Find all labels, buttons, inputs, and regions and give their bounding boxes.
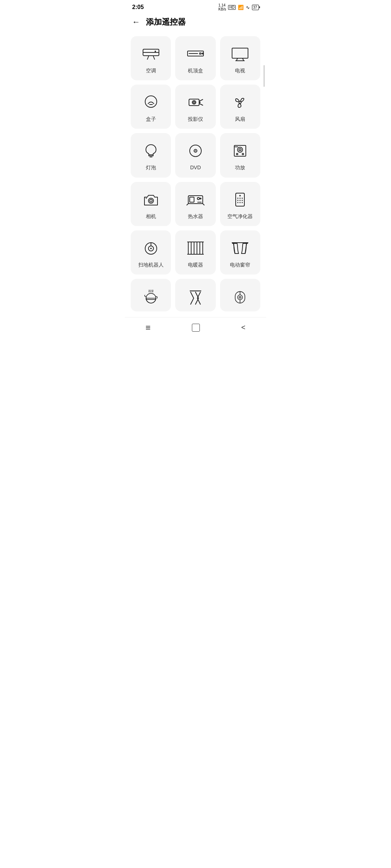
svg-point-48 bbox=[242, 197, 243, 199]
wifi-icon: ∿ bbox=[246, 5, 250, 10]
projector-label: 投影仪 bbox=[188, 116, 203, 122]
amplifier-label: 功放 bbox=[235, 164, 245, 171]
svg-point-31 bbox=[236, 153, 238, 155]
svg-point-17 bbox=[193, 102, 195, 103]
bulb-icon bbox=[140, 142, 162, 160]
item-fan[interactable]: 风扇 bbox=[220, 85, 260, 129]
dvd-label: DVD bbox=[190, 164, 201, 171]
bottom-nav: ≡ < bbox=[125, 317, 266, 340]
svg-point-20 bbox=[199, 102, 201, 103]
item-water-heater[interactable]: 热水器 bbox=[175, 182, 215, 226]
heater-label: 电暖器 bbox=[188, 261, 203, 268]
partial-row bbox=[125, 279, 266, 311]
svg-line-19 bbox=[199, 103, 203, 105]
menu-button[interactable]: ≡ bbox=[146, 323, 151, 333]
page-title: 添加遥控器 bbox=[146, 17, 186, 27]
network-speed: 1.14KB/s bbox=[218, 3, 226, 11]
svg-point-53 bbox=[240, 202, 241, 203]
scrollbar[interactable] bbox=[264, 65, 265, 87]
item-dvd[interactable]: DVD bbox=[175, 133, 215, 177]
dvd-icon bbox=[185, 142, 206, 160]
hd-badge: HD bbox=[228, 5, 235, 10]
camera-label: 相机 bbox=[146, 213, 156, 220]
svg-point-39 bbox=[197, 197, 199, 200]
svg-point-30 bbox=[239, 149, 241, 151]
svg-line-10 bbox=[236, 58, 237, 61]
back-button[interactable]: ← bbox=[132, 18, 140, 26]
status-time: 2:05 bbox=[132, 4, 144, 10]
svg-point-74 bbox=[238, 295, 243, 299]
item-amplifier[interactable]: 功放 bbox=[220, 133, 260, 177]
electric-curtain-icon bbox=[229, 239, 251, 257]
item-robot-vacuum[interactable]: 扫地机器人 bbox=[131, 230, 171, 275]
signal-icon: 📶 bbox=[238, 5, 244, 10]
svg-point-46 bbox=[237, 197, 239, 199]
svg-point-4 bbox=[155, 51, 156, 52]
status-right: 1.14KB/s HD 📶 ∿ 37 bbox=[218, 3, 259, 11]
air-purifier-icon bbox=[229, 191, 251, 209]
header: ← 添加遥控器 bbox=[125, 13, 266, 33]
camera-icon bbox=[140, 191, 162, 209]
svg-point-75 bbox=[239, 296, 241, 298]
item-air-conditioner[interactable]: 空调 bbox=[131, 36, 171, 80]
item-cooker[interactable] bbox=[131, 279, 171, 311]
bulb-label: 灯泡 bbox=[146, 164, 156, 171]
svg-point-45 bbox=[239, 195, 241, 196]
svg-point-29 bbox=[237, 147, 243, 152]
item-zigzag[interactable] bbox=[175, 279, 215, 311]
item-box[interactable]: 盒子 bbox=[131, 85, 171, 129]
svg-point-51 bbox=[242, 200, 243, 201]
item-camera[interactable]: 相机 bbox=[131, 182, 171, 226]
projector-icon bbox=[185, 93, 206, 111]
svg-point-32 bbox=[242, 153, 244, 155]
item-roll[interactable] bbox=[220, 279, 260, 311]
svg-point-47 bbox=[240, 197, 241, 199]
status-bar: 2:05 1.14KB/s HD 📶 ∿ 37 bbox=[125, 0, 266, 13]
svg-point-49 bbox=[237, 200, 239, 201]
box-icon bbox=[140, 93, 162, 111]
back-nav-button[interactable]: < bbox=[241, 323, 245, 332]
svg-point-8 bbox=[202, 53, 203, 54]
svg-rect-38 bbox=[190, 197, 194, 202]
air-purifier-label: 空气净化器 bbox=[227, 213, 253, 220]
cooker-icon bbox=[140, 288, 162, 307]
fan-icon bbox=[229, 93, 251, 111]
svg-point-7 bbox=[199, 53, 201, 54]
robot-vacuum-label: 扫地机器人 bbox=[138, 261, 164, 268]
device-grid: 空调 机顶盒 电视 bbox=[125, 33, 266, 275]
stb-label: 机顶盒 bbox=[188, 67, 203, 74]
amplifier-icon bbox=[229, 142, 251, 160]
item-heater[interactable]: 电暖器 bbox=[175, 230, 215, 275]
svg-point-52 bbox=[237, 202, 239, 203]
svg-point-50 bbox=[240, 200, 241, 201]
svg-point-57 bbox=[150, 248, 152, 249]
water-heater-label: 热水器 bbox=[188, 213, 203, 220]
tv-label: 电视 bbox=[235, 67, 245, 74]
svg-point-35 bbox=[150, 199, 152, 202]
stb-icon bbox=[185, 45, 206, 63]
svg-line-18 bbox=[199, 99, 203, 101]
svg-rect-15 bbox=[189, 99, 199, 106]
tv-icon bbox=[229, 45, 251, 63]
electric-curtain-label: 电动窗帘 bbox=[230, 261, 250, 268]
item-electric-curtain[interactable]: 电动窗帘 bbox=[220, 230, 260, 275]
svg-point-27 bbox=[195, 150, 196, 152]
svg-rect-71 bbox=[146, 298, 156, 299]
svg-rect-9 bbox=[232, 48, 248, 58]
svg-line-11 bbox=[243, 58, 244, 61]
home-button[interactable] bbox=[192, 324, 200, 332]
svg-point-36 bbox=[146, 197, 147, 199]
fan-label: 风扇 bbox=[235, 116, 245, 122]
svg-line-3 bbox=[153, 56, 155, 59]
item-set-top-box[interactable]: 机顶盒 bbox=[175, 36, 215, 80]
item-projector[interactable]: 投影仪 bbox=[175, 85, 215, 129]
item-bulb[interactable]: 灯泡 bbox=[131, 133, 171, 177]
ac-icon bbox=[140, 45, 162, 63]
item-tv[interactable]: 电视 bbox=[220, 36, 260, 80]
svg-line-43 bbox=[203, 204, 204, 205]
item-air-purifier[interactable]: 空气净化器 bbox=[220, 182, 260, 226]
water-heater-icon bbox=[185, 191, 206, 209]
svg-point-34 bbox=[148, 198, 154, 203]
svg-point-54 bbox=[242, 202, 243, 203]
ac-label: 空调 bbox=[146, 67, 156, 74]
